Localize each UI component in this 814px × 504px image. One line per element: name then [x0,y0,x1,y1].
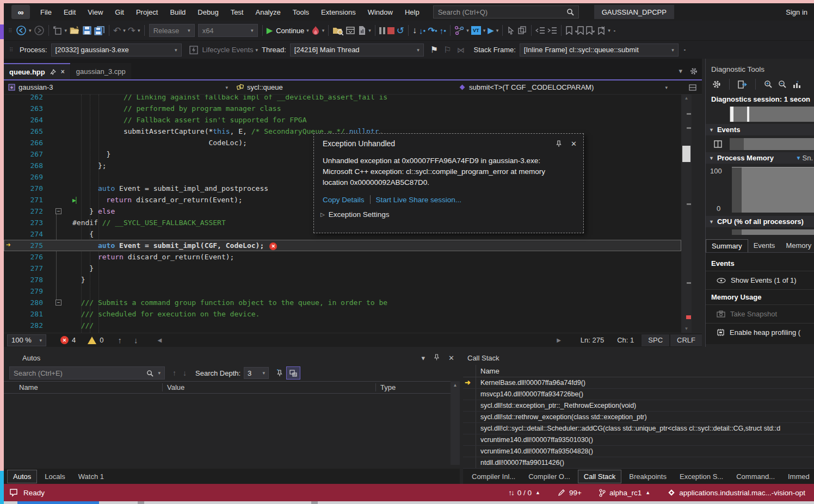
decrease-indent-button[interactable] [534,23,546,38]
live-share-link[interactable]: Start Live Share session... [376,196,462,204]
menu-item-tools[interactable]: Tools [287,3,315,21]
tab-breakpoints[interactable]: Breakpoints [624,470,672,483]
zoom-combo[interactable]: 100 %▾ [7,334,46,346]
lifecycle-events-dropdown[interactable]: Lifecycle Events [202,46,254,54]
code-line-282[interactable]: 282 /// [4,320,681,331]
call-stack-frame[interactable]: sycl.dll!cl::sycl::detail::Scheduler::ad… [463,423,814,434]
menu-item-analyze[interactable]: Analyze [249,3,286,21]
flag-threads-icon[interactable]: ⚑ [430,45,438,55]
editor-vertical-scrollbar[interactable]: ▲ ▼ [681,95,692,333]
pin-values-icon[interactable] [276,369,283,377]
call-stack-frame[interactable]: sycl.dll!std::rethrow_exception(class st… [463,412,814,423]
tab-call-stack[interactable]: Call Stack [578,470,622,483]
chevron-down-icon[interactable]: ▾ [29,28,32,33]
tab-gaussian-3-cpp[interactable]: gaussian_3.cpp [71,63,131,79]
new-project-button[interactable]: ▾ [52,23,69,38]
member-dropdown[interactable]: submit<T>(T CGF _CODELOCPARAM) ▾ [454,81,672,94]
call-stack-frame[interactable]: vcruntime140.dll!00007ffa93501030() [463,434,814,446]
find-in-files-button[interactable] [331,23,344,38]
zoom-in-icon[interactable] [764,80,773,89]
hscroll-left-icon[interactable]: ◀ [157,337,162,343]
continue-button[interactable]: ▶ Continue ▾ [266,23,310,38]
call-stack-frame[interactable]: ntdll.dll!00007ffa99011426() [463,457,814,469]
chevron-down-icon[interactable]: ▾ [306,28,309,33]
code-line-264[interactable]: 264 // Fallback assert isn't supported f… [4,114,681,126]
run-profiler-button[interactable]: ▶▾ [486,23,499,38]
select-pointer-button[interactable] [505,23,516,38]
warning-count-button[interactable]: 0 [88,336,103,344]
call-stack-frame[interactable]: msvcp140.dll!00007ffa934726be() [463,389,814,400]
window-position-dropdown-icon[interactable]: ▾ [422,354,425,362]
code-line-275[interactable]: ➜275 auto Event = submit_impl(CGF, CodeL… [4,240,681,251]
copy-details-link[interactable]: Copy Details [323,196,365,204]
diagnostics-report-button[interactable]: ▾ [356,23,372,38]
line-indicator[interactable]: Ln: 275 [574,334,610,346]
spaces-indicator[interactable]: SPC [642,334,669,346]
open-file-button[interactable] [68,23,81,38]
process-memory-section-header[interactable]: ▼ Process Memory ▼ Sn. [706,152,814,164]
toolbar-overflow[interactable]: ⹀ [684,48,688,52]
window-layout-button[interactable] [344,23,356,38]
toolbar-overflow[interactable]: ⹀ [614,29,618,33]
column-name[interactable]: Name [4,383,163,391]
autos-search-box[interactable]: Search (Ctrl+E) ▾ [9,366,165,379]
tab-autos[interactable]: Autos [7,470,37,483]
column-type[interactable]: Type [376,383,460,391]
line-ending-indicator[interactable]: CRLF [670,334,702,346]
feedback-icon[interactable] [9,488,18,497]
reset-view-chart-icon[interactable]: ? [792,80,801,89]
step-into-button[interactable]: ↓● [418,23,427,38]
events-swimlane[interactable] [730,138,814,150]
scroll-up-icon[interactable]: ▲ [681,95,692,102]
sign-in-link[interactable]: Sign in [786,8,807,16]
attach-process-button[interactable] [516,23,528,38]
lifecycle-events-icon[interactable] [187,43,200,57]
step-over-button[interactable]: ↷● [427,23,438,38]
menu-item-build[interactable]: Build [164,3,192,21]
collapse-region-icon[interactable]: − [55,300,61,306]
code-line-262[interactable]: 262 // Linking against fallback impl of … [4,95,681,103]
column-value[interactable]: Value [163,383,376,391]
tab-queue-hpp[interactable]: queue.hpp × [4,63,70,79]
menu-item-extensions[interactable]: Extensions [315,3,362,21]
chevron-down-icon[interactable]: ▾ [138,28,140,33]
autos-grid-body[interactable]: ▲ [4,394,460,464]
previous-issue-icon[interactable]: ↑ [118,335,122,345]
column-name[interactable]: Name [476,367,499,375]
close-icon[interactable]: ✕ [448,354,454,362]
enable-heap-profiling-button[interactable]: Enable heap profiling ( [706,323,814,341]
menu-item-file[interactable]: File [34,3,58,21]
code-line-279[interactable]: 279 [4,285,681,297]
scrollbar-thumb[interactable] [682,146,690,162]
solution-platform-combo[interactable]: x64▾ [198,24,258,37]
call-stack-frame[interactable]: ➜KernelBase.dll!00007ffa96a74fd9() [463,377,814,389]
navigate-forward-button[interactable] [33,23,46,38]
restart-button[interactable]: ↺ [396,23,405,38]
call-stack-frame[interactable]: vcruntime140.dll!00007ffa93504828() [463,446,814,457]
navigate-back-button[interactable]: ▾ [15,23,33,38]
events-section-header[interactable]: ▼ Events [706,124,814,135]
chevron-down-icon[interactable]: ▾ [496,28,499,33]
chevron-down-icon[interactable]: ▾ [368,28,371,33]
error-count-button[interactable]: ✕ 4 [60,336,76,344]
menu-item-project[interactable]: Project [130,3,164,21]
zoom-out-icon[interactable] [778,80,787,89]
next-bookmark-button[interactable] [585,23,596,38]
flagged-threads-only-icon[interactable]: ⚐ [443,45,451,55]
code-line-280[interactable]: 280− /// Submits a command group functio… [4,297,681,308]
break-all-button[interactable] [378,23,386,38]
autos-scrollbar[interactable]: ▲ [451,381,460,465]
editor-options-gear-icon[interactable] [690,67,698,75]
sync-counters-button[interactable]: ↑↓ 0 / 0 ▲ [499,484,549,501]
close-icon[interactable]: ✕ [571,140,577,148]
chevron-down-icon[interactable]: ▾ [65,28,67,33]
stackframe-combo[interactable]: [Inline Frame] cl::sycl::queue::submit▾ [520,43,679,57]
code-map-button[interactable]: ▾ [453,23,470,38]
tab-compiler-inl-[interactable]: Compiler Inl... [466,470,521,483]
code-line-281[interactable]: 281 /// scheduled for execution on the d… [4,308,681,320]
type-dropdown[interactable]: sycl::queue [232,81,454,94]
code-line-277[interactable]: 277 } [4,263,681,274]
chevron-down-icon[interactable]: ▾ [466,28,469,33]
toggle-bookmark-button[interactable] [564,23,574,38]
diagnostics-timeline[interactable] [730,107,814,122]
